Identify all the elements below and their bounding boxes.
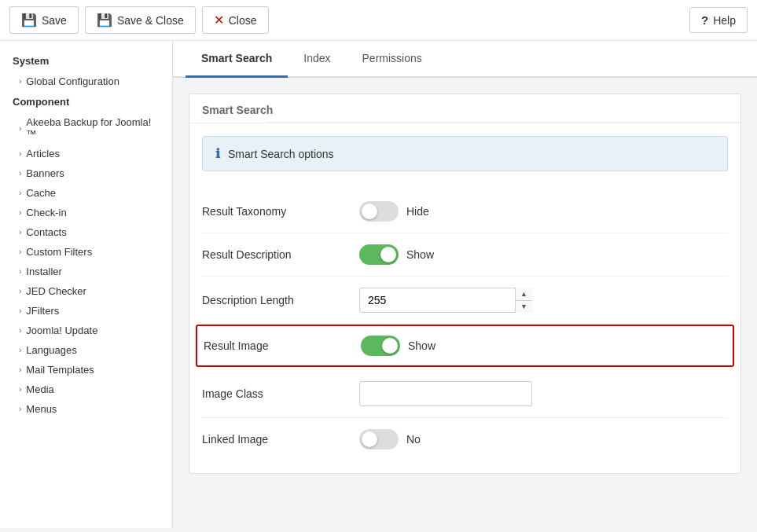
label-result-taxonomy: Result Taxonomy (202, 205, 359, 218)
chevron-icon: › (19, 385, 21, 394)
sidebar-item-media[interactable]: › Media (0, 380, 172, 399)
toggle-result-taxonomy[interactable] (359, 201, 399, 222)
description-length-input[interactable] (359, 288, 532, 313)
sidebar-item-languages[interactable]: › Languages (0, 340, 172, 360)
help-label: Help (713, 14, 736, 27)
label-result-description: Result Description (202, 248, 359, 261)
chevron-icon: › (19, 346, 21, 354)
chevron-icon: › (19, 77, 21, 86)
save-label: Save (42, 14, 67, 27)
chevron-icon: › (19, 248, 21, 256)
chevron-icon: › (19, 287, 21, 295)
info-text: Smart Search options (228, 148, 334, 160)
chevron-icon: › (19, 189, 21, 197)
image-class-input[interactable] (359, 381, 532, 406)
sidebar-item-jfilters[interactable]: › JFilters (0, 301, 172, 321)
chevron-icon: › (19, 267, 21, 276)
chevron-icon: › (19, 228, 21, 237)
sidebar-item-menus[interactable]: › Menus (0, 399, 172, 419)
spinner-down[interactable]: ▼ (516, 301, 532, 314)
sidebar-item-articles[interactable]: › Articles (0, 144, 172, 163)
chevron-icon: › (19, 169, 21, 178)
chevron-icon: › (19, 326, 21, 335)
close-button[interactable]: ✕ Close (202, 6, 269, 34)
sidebar-item-cache[interactable]: › Cache (0, 183, 172, 203)
tab-permissions[interactable]: Permissions (347, 41, 438, 78)
toggle-label-result-taxonomy: Hide (406, 205, 429, 218)
chevron-icon: › (19, 365, 21, 374)
save-close-button[interactable]: 💾 Save & Close (85, 6, 196, 34)
panel-box-title: Smart Search (189, 94, 740, 123)
save-icon: 💾 (21, 13, 37, 28)
control-result-description: Show (359, 244, 434, 265)
control-result-taxonomy: Hide (359, 201, 429, 222)
form-row-image-class: Image Class (202, 370, 728, 418)
tab-smart-search[interactable]: Smart Search (186, 41, 288, 78)
sidebar-section-system: System (0, 50, 172, 72)
number-spinners: ▲ ▼ (515, 288, 532, 313)
sidebar-item-mail-templates[interactable]: › Mail Templates (0, 360, 172, 380)
tabs-bar: Smart Search Index Permissions (173, 41, 757, 78)
toolbar: 💾 Save 💾 Save & Close ✕ Close ? Help (0, 0, 757, 41)
form-rows: Result Taxonomy Hide Result Des (189, 184, 740, 473)
sidebar-item-joomla-update[interactable]: › Joomla! Update (0, 321, 172, 340)
form-row-description-length: Description Length ▲ ▼ (202, 277, 728, 325)
control-description-length: ▲ ▼ (359, 288, 532, 313)
help-button[interactable]: ? Help (689, 7, 748, 33)
tab-index[interactable]: Index (288, 41, 346, 78)
sidebar-item-checkin[interactable]: › Check-in (0, 203, 172, 222)
sidebar-item-custom-filters[interactable]: › Custom Filters (0, 242, 172, 262)
chevron-icon: › (19, 208, 21, 217)
save-close-icon: 💾 (97, 13, 112, 28)
close-label: Close (229, 14, 257, 27)
label-linked-image: Linked Image (202, 433, 359, 446)
panel-content: Smart Search ℹ Smart Search options Resu… (173, 78, 757, 490)
sidebar-item-global-config[interactable]: › Global Configuration (0, 72, 172, 91)
form-row-linked-image: Linked Image No (202, 418, 728, 460)
toggle-label-result-description: Show (406, 248, 434, 261)
spinner-up[interactable]: ▲ (516, 288, 532, 301)
form-row-result-description: Result Description Show (202, 233, 728, 277)
main-layout: System › Global Configuration Component … (0, 41, 757, 528)
form-row-result-taxonomy: Result Taxonomy Hide (202, 190, 728, 233)
sidebar-item-banners[interactable]: › Banners (0, 163, 172, 183)
label-image-class: Image Class (202, 387, 359, 400)
label-description-length: Description Length (202, 294, 359, 306)
chevron-icon: › (19, 124, 21, 133)
chevron-icon: › (19, 149, 21, 158)
sidebar-item-contacts[interactable]: › Contacts (0, 222, 172, 242)
chevron-icon: › (19, 405, 21, 413)
sidebar: System › Global Configuration Component … (0, 41, 173, 528)
toggle-result-image[interactable] (361, 336, 400, 356)
control-linked-image: No (359, 429, 421, 449)
content-area: Smart Search Index Permissions Smart Sea… (173, 41, 757, 528)
sidebar-item-jed-checker[interactable]: › JED Checker (0, 281, 172, 301)
sidebar-item-akeeba[interactable]: › Akeeba Backup for Joomla!™ (0, 112, 172, 144)
label-result-image: Result Image (204, 339, 361, 352)
sidebar-section-component: Component (0, 91, 172, 112)
close-icon: ✕ (214, 13, 224, 28)
save-close-label: Save & Close (117, 14, 184, 27)
toggle-result-description[interactable] (359, 244, 399, 265)
sidebar-item-installer[interactable]: › Installer (0, 262, 172, 281)
control-image-class (359, 381, 532, 406)
form-row-result-image: Result Image Show (196, 325, 734, 367)
control-result-image: Show (361, 336, 435, 356)
toggle-label-result-image: Show (408, 339, 435, 352)
help-icon: ? (701, 13, 708, 27)
toggle-label-linked-image: No (406, 433, 421, 446)
chevron-icon: › (19, 306, 21, 315)
toggle-linked-image[interactable] (359, 429, 399, 449)
info-box: ℹ Smart Search options (202, 136, 728, 171)
info-icon: ℹ (215, 146, 220, 161)
number-input-wrap: ▲ ▼ (359, 288, 532, 313)
save-button[interactable]: 💾 Save (9, 6, 79, 34)
panel-box: Smart Search ℹ Smart Search options Resu… (189, 94, 741, 474)
